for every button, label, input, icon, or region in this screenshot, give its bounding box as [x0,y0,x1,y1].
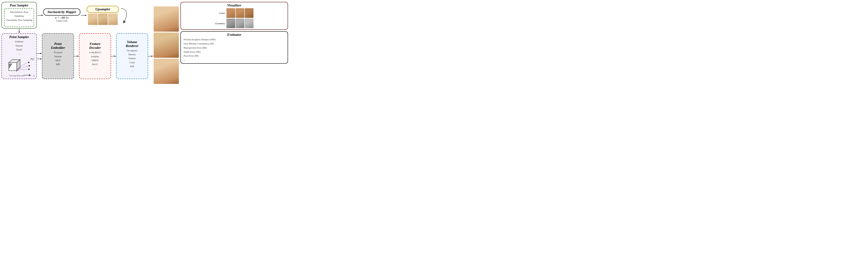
arrow-fd-vr [111,33,116,79]
feature-decoder-title: FeatureDecoder [82,42,108,50]
point-sampler-title: Point Sampler [4,35,35,39]
color-img-1 [226,8,235,18]
evaluator-items: Fréchet Inception Distance (FID) Face ID… [183,37,286,62]
upsampler-col: Upsampler [87,6,119,25]
latent-caption: Latent Code [56,20,67,22]
v-arrow-svg [23,73,32,77]
svg-marker-6 [19,31,20,33]
stochasticity-mapper-box: Stochasticity Mapper [43,8,81,16]
face-thumb-3 [108,13,118,25]
geo-img-2 [236,19,244,28]
geometry-images [226,19,286,28]
down-arrow-pose-point [1,29,37,33]
visualizer-box: Visualizer Color Geometry [180,2,288,30]
xj-label: {xj} [30,57,34,60]
face-thumb-1 [88,13,97,25]
geo-img-3 [245,19,253,28]
volume-renderer-box: VolumeRenderer Occupancy Density Feature… [116,33,148,79]
point-embedder-box: PointEmbedder Tri-plane Volume MLP MPI .… [42,33,74,79]
arrow-vr-up [148,33,153,79]
pose-sampler-title: Pose Sampler [4,3,34,7]
viewing-direction-label: Viewing Direction [9,75,25,77]
arrow-pe-fd [74,33,79,79]
upsampler-face-images [88,13,118,25]
left-pipeline: Pose Sampler Deterministic Pose Sampling… [1,2,153,79]
v-label: v [33,74,35,77]
pose-sampler-dashed: Deterministic Pose Sampling Uncertainty … [4,8,34,27]
upsampler-box: Upsampler [87,6,119,13]
diagram-wrapper: Pose Sampler Deterministic Pose Sampling… [0,0,289,86]
arrow-stoch-to-upsamp [81,14,87,17]
arrow-pose-to-stoch [37,14,43,17]
stoch-mapper-title: Stochasticity Mapper [48,10,76,14]
svg-marker-3 [85,15,87,16]
color-label: Color [183,12,225,15]
svg-marker-24 [114,55,116,57]
pose-sampler-items: Deterministic Pose Sampling Uncertainty … [6,10,32,26]
color-img-3 [245,8,253,18]
feature-decoder-items: LeakyReLU Softplus SIREN ReLU ... [82,51,108,70]
svg-marker-22 [77,55,79,57]
svg-marker-18 [40,53,42,54]
svg-point-14 [29,69,30,70]
v-arrow-to-pe [37,58,42,60]
geo-img-1 [226,19,235,28]
color-images [226,8,286,18]
row1: Pose Sampler Deterministic Pose Sampling… [1,2,153,29]
svg-marker-20 [40,58,42,60]
geometry-label: Geometry [183,22,225,25]
volume-renderer-title: VolumeRenderer [119,40,145,48]
face-portrait-2 [154,33,179,58]
cube-area: {xj} Viewing Direction v [4,57,35,78]
face-thumb-2 [98,13,107,25]
evaluator-title: Evaluator [183,33,286,37]
volume-renderer-items: Occupancy Density Feature Color SDF ... [119,49,145,73]
curved-arr-area [119,7,128,23]
color-img-2 [236,8,244,18]
svg-point-12 [28,62,30,63]
point-sampler-items: Uniform Normal Fixed ... [4,40,35,55]
latent-math: z ∼ 𝒩(0, 1) [55,16,68,20]
svg-point-13 [29,65,30,66]
point-sampler-box: Point Sampler Uniform Normal Fixed ... [1,33,37,79]
face-portrait-3 [154,59,179,84]
stoch-area: Stochasticity Mapper z ∼ 𝒩(0, 1) Latent … [43,8,81,22]
svg-marker-1 [41,15,43,16]
vis-grid: Color Geometry [183,8,286,28]
feature-decoder-box: FeatureDecoder LeakyReLU Softplus SIREN … [79,33,111,79]
pose-sampler-box: Pose Sampler Deterministic Pose Sampling… [1,2,37,29]
row2: Point Sampler Uniform Normal Fixed ... [1,33,153,79]
face-column [154,6,180,84]
info-panels: Visualizer Color Geometry Ev [180,2,288,64]
point-embedder-title: PointEmbedder [45,42,71,50]
xj-arrow [37,52,42,55]
svg-marker-26 [151,55,153,57]
ps-to-pe-arrows [37,33,42,79]
point-embedder-items: Tri-plane Volume MLP MPI ... [45,51,71,70]
upsampler-title: Upsampler [90,7,116,11]
latent-connector: z ∼ 𝒩(0, 1) Latent Code [55,16,68,22]
evaluator-box: Evaluator Fréchet Inception Distance (FI… [180,31,288,64]
face-portrait-1 [154,6,179,32]
visualizer-title: Visualizer [183,3,286,7]
